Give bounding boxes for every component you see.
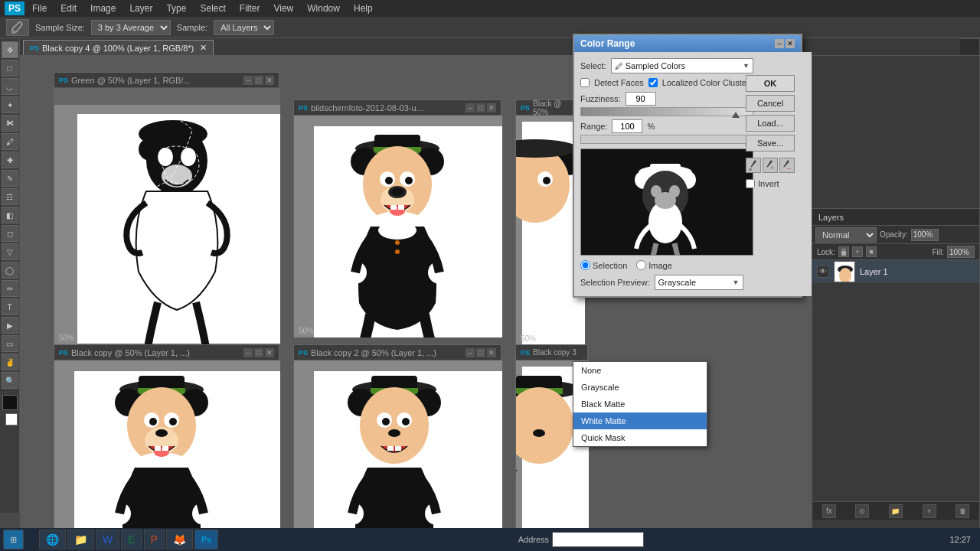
menu-select[interactable]: Select (194, 2, 231, 15)
dodge-tool[interactable]: ◯ (2, 262, 18, 279)
doc-minimize-bc[interactable]: – (243, 348, 253, 357)
dropdown-none[interactable]: None (573, 362, 707, 379)
taskbar-excel[interactable]: E (121, 530, 142, 549)
fuzziness-slider-handle[interactable] (732, 112, 740, 118)
add-mask-btn[interactable]: ⊙ (855, 504, 869, 518)
taskbar-firefox[interactable]: 🦊 (166, 530, 193, 549)
path-select-tool[interactable]: ▶ (2, 317, 18, 334)
doc-close-green[interactable]: ✕ (265, 76, 274, 85)
detect-faces-checkbox[interactable] (580, 78, 590, 87)
menu-layer[interactable]: Layer (123, 2, 158, 15)
eyedropper-sample-icon[interactable] (746, 158, 761, 173)
layer-visibility-icon[interactable]: 👁 (817, 266, 829, 278)
save-button[interactable]: Save... (746, 135, 795, 152)
selection-radio[interactable] (580, 260, 590, 270)
doc-minimize-bc2[interactable]: – (466, 348, 475, 357)
dropdown-white-matte[interactable]: White Matte (573, 412, 707, 429)
doc-close-bc2[interactable]: ✕ (487, 348, 496, 357)
doc-maximize-green[interactable]: □ (254, 76, 263, 85)
dropdown-grayscale[interactable]: Grayscale (573, 379, 707, 396)
doc-close-bild[interactable]: ✕ (487, 103, 496, 112)
image-radio[interactable] (636, 260, 646, 270)
doc-titlebar-black-copy: PS Black copy @ 50% (Layer 1, ...) – □ ✕ (54, 345, 279, 360)
layer-row-1[interactable]: 👁 Layer 1 (812, 260, 979, 283)
add-layer-style-btn[interactable]: fx (822, 504, 836, 518)
selection-preview-dropdown[interactable]: Grayscale ▼ (655, 275, 743, 290)
start-button[interactable]: ⊞ (3, 530, 24, 549)
move-tool[interactable]: ✥ (2, 41, 18, 58)
localized-clusters-checkbox[interactable] (648, 78, 658, 87)
doc-maximize-bild[interactable]: □ (476, 103, 485, 112)
menu-filter[interactable]: Filter (234, 2, 266, 15)
new-group-btn[interactable]: 📁 (889, 504, 903, 518)
menu-image[interactable]: Image (84, 2, 122, 15)
menu-help[interactable]: Help (348, 2, 379, 15)
canvas-bild: 50% (294, 116, 502, 337)
tab-black-copy4[interactable]: PS Black copy 4 @ 100% (Layer 1, RGB/8*)… (23, 40, 214, 55)
lasso-tool[interactable]: ◡ (2, 78, 18, 95)
blend-mode-select[interactable]: Normal (815, 227, 877, 243)
clone-tool[interactable]: ☶ (2, 188, 18, 205)
menu-window[interactable]: Window (301, 2, 346, 15)
menu-edit[interactable]: Edit (54, 2, 83, 15)
zoom-tool[interactable]: 🔍 (2, 372, 18, 389)
foreground-color[interactable] (2, 395, 18, 410)
taskbar-word[interactable]: W (96, 530, 119, 549)
taskbar-ppt[interactable]: P (144, 530, 165, 549)
menu-type[interactable]: Type (160, 2, 192, 15)
invert-checkbox[interactable] (746, 179, 755, 188)
paths-content (812, 56, 979, 209)
cancel-button[interactable]: Cancel (746, 95, 795, 112)
tab-close-icon[interactable]: ✕ (200, 43, 207, 53)
magic-wand-tool[interactable]: ✦ (2, 96, 18, 113)
history-tool[interactable]: ◧ (2, 207, 18, 223)
doc-minimize-green[interactable]: – (243, 76, 253, 85)
eyedropper-tool-icon[interactable] (6, 19, 29, 36)
pen-tool[interactable]: ✏ (2, 280, 18, 297)
eyedropper-tool[interactable]: 🖍 (2, 133, 18, 150)
dropdown-black-matte[interactable]: Black Matte (573, 396, 707, 412)
background-color[interactable] (5, 413, 18, 425)
brush-tool[interactable]: ✎ (2, 170, 18, 187)
fill-input[interactable] (947, 246, 975, 258)
sample-select[interactable]: All Layers (214, 20, 274, 35)
dialog-titlebar[interactable]: Color Range – ✕ (574, 35, 801, 52)
eraser-tool[interactable]: ◻ (2, 225, 18, 242)
menu-file[interactable]: File (26, 2, 53, 15)
range-input[interactable]: 100 (612, 119, 642, 133)
dialog-minimize[interactable]: – (775, 39, 784, 48)
hand-tool[interactable]: ✌ (2, 354, 18, 370)
shape-tool[interactable]: ▭ (2, 335, 18, 352)
lock-position-btn[interactable]: + (852, 246, 863, 257)
doc-maximize-bc[interactable]: □ (254, 348, 263, 357)
opacity-input[interactable] (911, 229, 939, 241)
sample-size-select[interactable]: 3 by 3 Average (91, 20, 171, 35)
crop-tool[interactable]: ✀ (2, 115, 18, 132)
dialog-close[interactable]: ✕ (786, 39, 795, 48)
menu-view[interactable]: View (267, 2, 299, 15)
doc-maximize-bc2[interactable]: □ (476, 348, 485, 357)
taskbar-ps[interactable]: Ps (194, 530, 218, 549)
fuzziness-input[interactable]: 90 (626, 92, 656, 106)
ps-logo[interactable]: PS (5, 2, 24, 15)
lock-pixels-btn[interactable] (838, 246, 849, 257)
select-dropdown[interactable]: 🖉 Sampled Colors ▼ (611, 58, 753, 73)
address-input[interactable] (552, 532, 644, 547)
load-button[interactable]: Load... (746, 115, 795, 132)
eyedropper-add-icon[interactable]: + (763, 158, 778, 173)
new-layer-btn[interactable]: + (923, 504, 936, 518)
dropdown-quick-mask[interactable]: Quick Mask (573, 429, 707, 446)
type-tool[interactable]: T (2, 298, 18, 315)
taskbar-folder[interactable]: 📁 (67, 530, 94, 549)
doc-close-bc[interactable]: ✕ (265, 348, 274, 357)
ok-button[interactable]: OK (746, 75, 795, 92)
taskbar-ie[interactable]: 🌐 (39, 530, 66, 549)
doc-minimize-bild[interactable]: – (466, 103, 475, 112)
taskbar-show-desktop[interactable] (25, 530, 38, 549)
delete-layer-btn[interactable]: 🗑 (956, 504, 969, 518)
gradient-tool[interactable]: ▽ (2, 243, 18, 260)
healing-tool[interactable]: ✚ (2, 152, 18, 168)
lock-all-btn[interactable]: ■ (866, 246, 877, 257)
eyedropper-subtract-icon[interactable]: – (779, 158, 795, 173)
marquee-tool[interactable]: □ (2, 60, 18, 77)
